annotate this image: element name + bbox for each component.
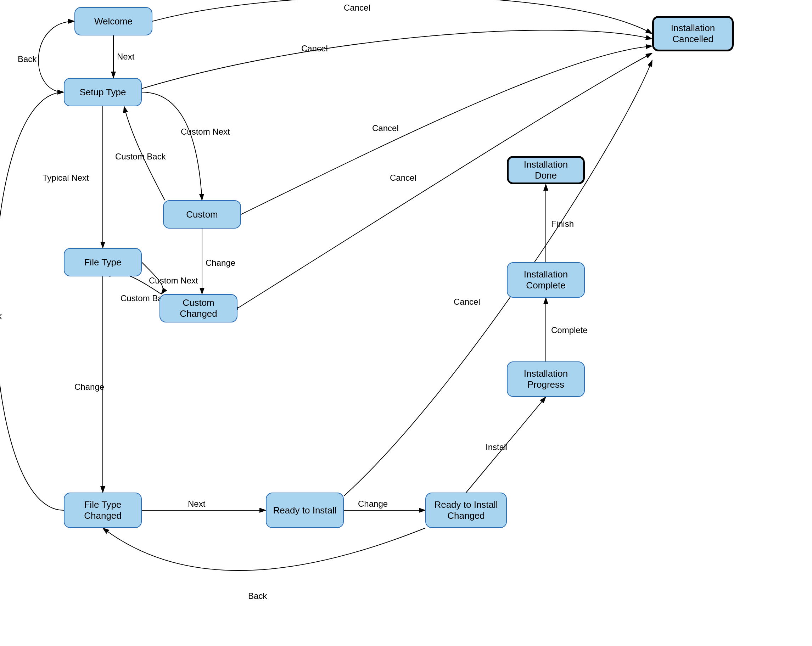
node-file-type: File Type [64, 248, 142, 276]
node-welcome: Welcome [75, 7, 153, 35]
edge-typical-back [0, 92, 64, 510]
edge-cancel-welcome [153, 0, 652, 34]
edge-label-cancel-2: Cancel [301, 44, 328, 53]
node-ready-to-install-label: Ready to Install [273, 505, 336, 516]
node-ready-to-install-changed-label: Ready to InstallChanged [434, 499, 498, 521]
node-installation-cancelled-label: InstallationCancelled [671, 23, 715, 45]
edge-cancel-cc [238, 53, 652, 308]
edge-label-install: Install [485, 442, 508, 452]
edge-label-next-2: Next [188, 499, 206, 509]
node-custom-changed-label: Custom Changed [164, 297, 233, 319]
node-installation-progress: InstallationProgress [507, 361, 585, 397]
edge-label-custom-back-1: Custom Back [115, 152, 166, 161]
edge-label-typical-next: Typical Next [43, 173, 89, 183]
node-file-type-label: File Type [84, 257, 121, 268]
edge-cancel-setup [142, 30, 652, 88]
edge-cancel-custom [241, 46, 652, 214]
node-file-type-changed: File TypeChanged [64, 492, 142, 528]
edge-label-change-3: Change [358, 499, 388, 509]
edge-label-cancel-5: Cancel [454, 297, 480, 306]
node-setup-type-label: Setup Type [79, 87, 126, 98]
node-custom-changed: Custom Changed [159, 294, 238, 323]
edge-label-cancel-1: Cancel [344, 3, 370, 12]
edge-label-complete: Complete [551, 325, 588, 335]
node-ready-to-install-changed: Ready to InstallChanged [425, 492, 507, 528]
edge-label-cancel-3: Cancel [372, 123, 399, 133]
node-custom: Custom [163, 200, 241, 229]
node-installation-progress-label: InstallationProgress [524, 368, 568, 390]
node-installation-complete: InstallationComplete [507, 262, 585, 298]
node-ready-to-install: Ready to Install [266, 492, 344, 528]
edge-back-ftc [103, 528, 425, 571]
node-welcome-label: Welcome [94, 16, 133, 27]
node-file-type-changed-label: File TypeChanged [84, 499, 122, 521]
edge-label-change-1: Change [206, 258, 235, 268]
node-installation-done-label: Installation Done [512, 159, 580, 181]
edge-label-back-2: Back [248, 591, 267, 601]
edge-label-custom-next-2: Custom Next [149, 276, 198, 285]
edge-label-back: Back [18, 54, 37, 64]
edge-label-cancel-4: Cancel [390, 173, 417, 183]
node-installation-cancelled: InstallationCancelled [652, 16, 734, 51]
edge-label-change-2: Change [75, 382, 104, 392]
edge-label-typical-back: Typical Back [0, 311, 2, 321]
node-custom-label: Custom [186, 209, 218, 220]
edge-label-next: Next [117, 52, 135, 61]
node-installation-done: Installation Done [507, 156, 585, 184]
diagram-container: Next Back Custom Next Custom Back Change… [0, 0, 812, 646]
edge-custom-next [142, 92, 202, 200]
node-setup-type: Setup Type [64, 78, 142, 106]
edge-label-custom-next-1: Custom Next [181, 127, 230, 136]
node-installation-complete-label: InstallationComplete [524, 269, 568, 291]
